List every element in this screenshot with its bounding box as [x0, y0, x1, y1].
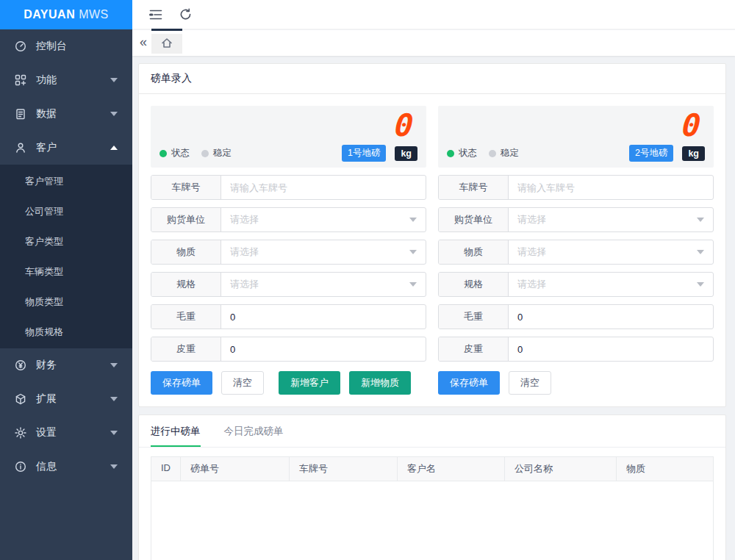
add-material-button[interactable]: 新增物质: [349, 371, 411, 395]
customer-icon: [15, 142, 26, 154]
finance-icon: [15, 359, 26, 371]
buyer-label: 购货单位: [151, 208, 221, 231]
scale-2-buyer-select[interactable]: 请选择: [509, 208, 713, 231]
sidebar-item-label: 信息: [36, 460, 110, 473]
home-icon: [161, 37, 173, 51]
col-id: ID: [151, 457, 181, 481]
tab-completed-today-slips[interactable]: 今日完成磅单: [224, 415, 284, 447]
sidebar-item-customer-type[interactable]: 客户类型: [0, 226, 132, 256]
stable-label: 稳定: [213, 147, 232, 159]
records-table: ID 磅单号 车牌号 客户名 公司名称 物质: [151, 456, 714, 560]
sidebar-item-label: 客户: [36, 141, 110, 154]
sidebar-item-info[interactable]: 信息: [0, 450, 132, 484]
chevron-up-icon: [110, 146, 118, 150]
chevron-down-icon: [697, 250, 704, 254]
add-customer-button[interactable]: 新增客户: [279, 371, 340, 395]
scale-1-buyer-select[interactable]: 请选择: [221, 208, 426, 231]
scale-1-gross-input[interactable]: [221, 305, 426, 329]
table-header-row: ID 磅单号 车牌号 客户名 公司名称 物质: [151, 457, 713, 481]
apps-icon: [15, 74, 26, 86]
sidebar-item-finance[interactable]: 财务: [0, 348, 132, 382]
plate-label: 车牌号: [151, 176, 221, 199]
spec-row: 规格 请选择: [438, 272, 714, 297]
scale-2-display: 0 状态 稳定 2号地磅 kg: [438, 106, 714, 168]
col-company-name: 公司名称: [505, 457, 617, 481]
tags-collapse-icon[interactable]: «: [137, 35, 151, 51]
chevron-down-icon: [697, 218, 704, 222]
sidebar-item-customers[interactable]: 客户: [0, 131, 132, 165]
material-label: 物质: [151, 240, 221, 264]
scale-1-material-select[interactable]: 请选择: [221, 240, 426, 264]
sidebar-item-extensions[interactable]: 扩展: [0, 382, 132, 416]
stable-dot-gray: [201, 150, 209, 157]
chevron-down-icon: [110, 112, 118, 116]
chevron-down-icon: [697, 282, 704, 287]
plate-row: 车牌号: [438, 175, 714, 200]
chevron-down-icon: [409, 282, 417, 287]
save-weigh-slip-button[interactable]: 保存磅单: [438, 371, 500, 395]
clear-button[interactable]: 清空: [509, 371, 551, 395]
main-content: 磅单录入 0 状态 稳定 1号地磅 kg 车牌: [132, 56, 735, 560]
gross-row: 毛重: [438, 304, 714, 329]
sidebar-item-settings[interactable]: 设置: [0, 416, 132, 450]
status-label: 状态: [171, 147, 190, 159]
collapse-sidebar-icon[interactable]: [141, 0, 171, 29]
col-plate-number: 车牌号: [290, 457, 398, 481]
sidebar-item-customer-management[interactable]: 客户管理: [0, 166, 132, 196]
spec-label: 规格: [439, 273, 509, 296]
buyer-row: 购货单位 请选择: [151, 207, 426, 232]
buyer-label: 购货单位: [439, 208, 509, 231]
sidebar-item-label: 功能: [36, 73, 110, 87]
brand-primary: DAYUAN: [24, 8, 75, 21]
topbar: [132, 0, 735, 29]
col-material: 物质: [617, 457, 713, 481]
scale-2-gross-input[interactable]: [509, 305, 713, 329]
status-dot-green: [447, 150, 454, 157]
sidebar-item-company-management[interactable]: 公司管理: [0, 196, 132, 226]
scale-1-spec-select[interactable]: 请选择: [221, 273, 426, 296]
scale-2-plate-input[interactable]: [509, 176, 713, 199]
tab-home[interactable]: [151, 34, 182, 54]
gross-label: 毛重: [439, 305, 509, 329]
sidebar-item-label: 控制台: [36, 40, 118, 53]
scale-2-material-select[interactable]: 请选择: [509, 240, 713, 264]
gear-icon: [15, 427, 26, 439]
spec-label: 规格: [151, 273, 221, 296]
material-row: 物质 请选择: [151, 240, 426, 265]
sidebar-item-console[interactable]: 控制台: [0, 29, 132, 63]
scale-1-plate-input[interactable]: [221, 176, 426, 199]
gross-row: 毛重: [151, 304, 426, 329]
scale-1-column: 0 状态 稳定 1号地磅 kg 车牌号 购货单: [151, 106, 426, 395]
sidebar-item-material-spec[interactable]: 物质规格: [0, 317, 132, 347]
status-label: 状态: [459, 147, 477, 159]
chevron-down-icon: [110, 363, 118, 367]
scale-2-spec-select[interactable]: 请选择: [509, 273, 713, 296]
save-weigh-slip-button[interactable]: 保存磅单: [151, 371, 212, 395]
sidebar-item-label: 财务: [36, 359, 110, 372]
sidebar-item-label: 扩展: [36, 392, 110, 406]
scale-1-weight-readout: 0: [393, 110, 418, 141]
sidebar-item-data[interactable]: 数据: [0, 97, 132, 131]
sidebar-item-material-type[interactable]: 物质类型: [0, 287, 132, 317]
app-logo[interactable]: DAYUAN MWS: [0, 0, 132, 29]
scale-1-tare-input[interactable]: [221, 337, 426, 361]
tab-inprogress-slips[interactable]: 进行中磅单: [151, 415, 201, 447]
gross-label: 毛重: [151, 305, 221, 329]
scale-1-display: 0 状态 稳定 1号地磅 kg: [151, 106, 426, 168]
sidebar-item-functions[interactable]: 功能: [0, 63, 132, 97]
sidebar: DAYUAN MWS 控制台 功能 数据 客户 客户管理 公司管理 客户类型 车…: [0, 0, 132, 560]
unit-badge: kg: [682, 146, 705, 161]
customer-submenu: 客户管理 公司管理 客户类型 车辆类型 物质类型 物质规格: [0, 165, 132, 348]
sidebar-item-vehicle-type[interactable]: 车辆类型: [0, 256, 132, 287]
tare-label: 皮重: [439, 337, 509, 361]
unit-badge: kg: [395, 146, 417, 161]
clear-button[interactable]: 清空: [221, 371, 264, 395]
sidebar-item-label: 数据: [36, 107, 110, 121]
chevron-down-icon: [409, 250, 417, 254]
scale-2-weight-readout: 0: [681, 110, 706, 141]
panel-title: 磅单录入: [139, 64, 725, 94]
scale-2-tare-input[interactable]: [509, 337, 713, 361]
material-label: 物质: [439, 240, 509, 264]
refresh-icon[interactable]: [171, 0, 200, 29]
dashboard-icon: [15, 40, 26, 52]
